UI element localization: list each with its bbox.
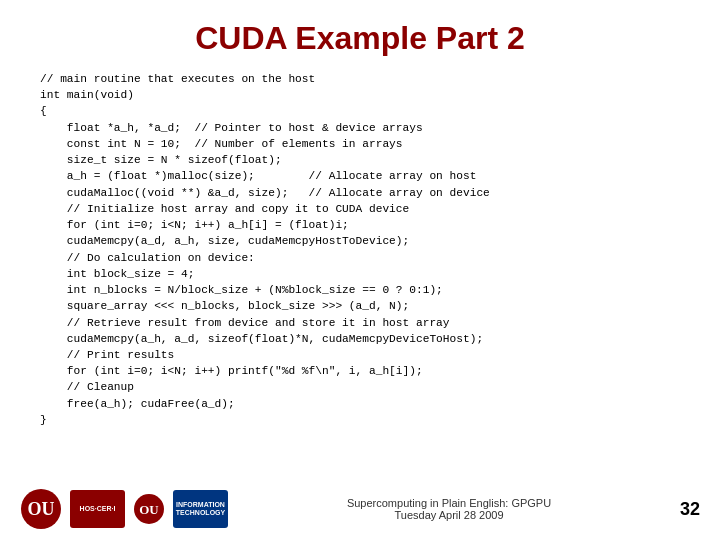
ou-small-logo: OU xyxy=(133,493,165,525)
it-logo: INFORMATIONTECHNOLOGY xyxy=(173,490,228,528)
svg-text:OU: OU xyxy=(139,502,159,517)
footer-line1: Supercomputing in Plain English: GPGPU xyxy=(228,497,670,509)
slide: CUDA Example Part 2 // main routine that… xyxy=(0,0,720,540)
footer-logos: OU HOS·CER·I OU INFORMATIONTECHNOLOGY xyxy=(20,488,228,530)
footer: OU HOS·CER·I OU INFORMATIONTECHNOLOGY Su… xyxy=(0,488,720,530)
svg-text:OU: OU xyxy=(28,499,55,519)
footer-center: Supercomputing in Plain English: GPGPU T… xyxy=(228,497,670,521)
slide-title: CUDA Example Part 2 xyxy=(30,20,690,57)
code-block: // main routine that executes on the hos… xyxy=(30,71,690,428)
page-number: 32 xyxy=(670,499,700,520)
ou-logo: OU xyxy=(20,488,62,530)
footer-line2: Tuesday April 28 2009 xyxy=(228,509,670,521)
hosceri-logo: HOS·CER·I xyxy=(70,490,125,528)
